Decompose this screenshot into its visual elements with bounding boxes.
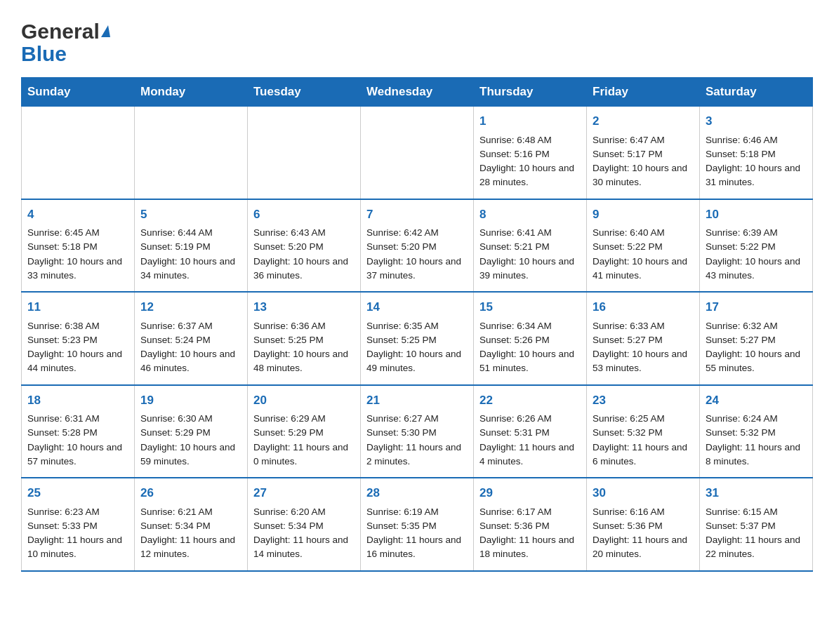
daylight-text: Daylight: 11 hours and 12 minutes.: [140, 533, 241, 562]
daylight-text: Daylight: 11 hours and 0 minutes.: [253, 441, 355, 469]
calendar-day-header: Wednesday: [361, 78, 474, 107]
daylight-text: Daylight: 11 hours and 20 minutes.: [593, 533, 694, 562]
sunrise-text: Sunrise: 6:32 AM: [706, 319, 807, 333]
sunrise-text: Sunrise: 6:42 AM: [366, 226, 468, 240]
calendar-cell: 19Sunrise: 6:30 AMSunset: 5:29 PMDayligh…: [135, 385, 248, 478]
day-number: 2: [593, 112, 694, 130]
calendar-cell: 20Sunrise: 6:29 AMSunset: 5:29 PMDayligh…: [248, 385, 361, 478]
calendar-cell: 15Sunrise: 6:34 AMSunset: 5:26 PMDayligh…: [474, 292, 587, 385]
calendar-cell: 24Sunrise: 6:24 AMSunset: 5:32 PMDayligh…: [700, 385, 813, 478]
sunset-text: Sunset: 5:21 PM: [479, 240, 581, 254]
day-number: 25: [27, 484, 128, 502]
sunrise-text: Sunrise: 6:44 AM: [140, 226, 241, 240]
calendar-cell: [22, 107, 135, 199]
daylight-text: Daylight: 11 hours and 4 minutes.: [479, 441, 581, 469]
sunrise-text: Sunrise: 6:47 AM: [593, 133, 694, 147]
calendar-week-row: 25Sunrise: 6:23 AMSunset: 5:33 PMDayligh…: [22, 478, 813, 571]
calendar-cell: 27Sunrise: 6:20 AMSunset: 5:34 PMDayligh…: [248, 478, 361, 571]
calendar-cell: 16Sunrise: 6:33 AMSunset: 5:27 PMDayligh…: [587, 292, 700, 385]
calendar-day-header: Monday: [135, 78, 248, 107]
sunset-text: Sunset: 5:25 PM: [366, 333, 468, 347]
sunset-text: Sunset: 5:17 PM: [593, 147, 694, 161]
daylight-text: Daylight: 11 hours and 6 minutes.: [593, 441, 694, 469]
calendar-week-row: 18Sunrise: 6:31 AMSunset: 5:28 PMDayligh…: [22, 385, 813, 478]
day-number: 12: [140, 298, 241, 316]
sunrise-text: Sunrise: 6:21 AM: [140, 505, 241, 519]
day-number: 19: [140, 391, 241, 410]
calendar-cell: 28Sunrise: 6:19 AMSunset: 5:35 PMDayligh…: [361, 478, 474, 571]
day-number: 3: [706, 112, 807, 130]
sunrise-text: Sunrise: 6:43 AM: [253, 226, 355, 240]
calendar-cell: 17Sunrise: 6:32 AMSunset: 5:27 PMDayligh…: [700, 292, 813, 385]
daylight-text: Daylight: 10 hours and 44 minutes.: [27, 347, 128, 376]
day-number: 8: [479, 206, 581, 224]
sunset-text: Sunset: 5:16 PM: [479, 147, 581, 161]
calendar-cell: 31Sunrise: 6:15 AMSunset: 5:37 PMDayligh…: [700, 478, 813, 571]
sunrise-text: Sunrise: 6:40 AM: [593, 226, 694, 240]
sunrise-text: Sunrise: 6:31 AM: [27, 412, 128, 426]
sunrise-text: Sunrise: 6:17 AM: [479, 505, 581, 519]
sunrise-text: Sunrise: 6:27 AM: [366, 412, 468, 426]
day-number: 4: [27, 206, 128, 224]
sunrise-text: Sunrise: 6:24 AM: [706, 412, 807, 426]
calendar-cell: [135, 107, 248, 199]
calendar-cell: 12Sunrise: 6:37 AMSunset: 5:24 PMDayligh…: [135, 292, 248, 385]
calendar-cell: 11Sunrise: 6:38 AMSunset: 5:23 PMDayligh…: [22, 292, 135, 385]
sunrise-text: Sunrise: 6:38 AM: [27, 319, 128, 333]
sunset-text: Sunset: 5:24 PM: [140, 333, 241, 347]
sunset-text: Sunset: 5:37 PM: [706, 519, 807, 533]
calendar-week-row: 11Sunrise: 6:38 AMSunset: 5:23 PMDayligh…: [22, 292, 813, 385]
day-number: 9: [593, 206, 694, 224]
sunset-text: Sunset: 5:25 PM: [253, 333, 355, 347]
sunrise-text: Sunrise: 6:20 AM: [253, 505, 355, 519]
day-number: 15: [479, 298, 581, 316]
sunset-text: Sunset: 5:34 PM: [253, 519, 355, 533]
day-number: 11: [27, 298, 128, 316]
sunset-text: Sunset: 5:36 PM: [479, 519, 581, 533]
daylight-text: Daylight: 10 hours and 30 minutes.: [593, 161, 694, 190]
sunset-text: Sunset: 5:27 PM: [706, 333, 807, 347]
day-number: 7: [366, 206, 468, 224]
sunrise-text: Sunrise: 6:23 AM: [27, 505, 128, 519]
sunrise-text: Sunrise: 6:41 AM: [479, 226, 581, 240]
calendar-table: SundayMondayTuesdayWednesdayThursdayFrid…: [21, 77, 813, 572]
sunrise-text: Sunrise: 6:48 AM: [479, 133, 581, 147]
sunrise-text: Sunrise: 6:19 AM: [366, 505, 468, 519]
calendar-cell: 30Sunrise: 6:16 AMSunset: 5:36 PMDayligh…: [587, 478, 700, 571]
calendar-cell: 9Sunrise: 6:40 AMSunset: 5:22 PMDaylight…: [587, 199, 700, 293]
calendar-cell: 25Sunrise: 6:23 AMSunset: 5:33 PMDayligh…: [22, 478, 135, 571]
calendar-day-header: Sunday: [22, 78, 135, 107]
day-number: 1: [479, 112, 581, 130]
daylight-text: Daylight: 11 hours and 14 minutes.: [253, 533, 355, 562]
day-number: 21: [366, 391, 468, 410]
calendar-cell: 23Sunrise: 6:25 AMSunset: 5:32 PMDayligh…: [587, 385, 700, 478]
calendar-cell: 10Sunrise: 6:39 AMSunset: 5:22 PMDayligh…: [700, 199, 813, 293]
calendar-cell: [248, 107, 361, 199]
logo: General Blue: [21, 14, 110, 66]
daylight-text: Daylight: 10 hours and 59 minutes.: [140, 441, 241, 469]
sunset-text: Sunset: 5:19 PM: [140, 240, 241, 254]
calendar-day-header: Thursday: [474, 78, 587, 107]
sunset-text: Sunset: 5:23 PM: [27, 333, 128, 347]
daylight-text: Daylight: 11 hours and 8 minutes.: [706, 441, 807, 469]
calendar-day-header: Tuesday: [248, 78, 361, 107]
calendar-week-row: 1Sunrise: 6:48 AMSunset: 5:16 PMDaylight…: [22, 107, 813, 199]
sunrise-text: Sunrise: 6:15 AM: [706, 505, 807, 519]
sunrise-text: Sunrise: 6:37 AM: [140, 319, 241, 333]
sunset-text: Sunset: 5:31 PM: [479, 426, 581, 440]
daylight-text: Daylight: 10 hours and 53 minutes.: [593, 347, 694, 376]
day-number: 16: [593, 298, 694, 316]
daylight-text: Daylight: 10 hours and 41 minutes.: [593, 255, 694, 283]
sunrise-text: Sunrise: 6:25 AM: [593, 412, 694, 426]
calendar-cell: 4Sunrise: 6:45 AMSunset: 5:18 PMDaylight…: [22, 199, 135, 293]
day-number: 29: [479, 484, 581, 502]
calendar-cell: 22Sunrise: 6:26 AMSunset: 5:31 PMDayligh…: [474, 385, 587, 478]
calendar-day-header: Saturday: [700, 78, 813, 107]
sunset-text: Sunset: 5:29 PM: [140, 426, 241, 440]
daylight-text: Daylight: 11 hours and 18 minutes.: [479, 533, 581, 562]
calendar-cell: 7Sunrise: 6:42 AMSunset: 5:20 PMDaylight…: [361, 199, 474, 293]
day-number: 26: [140, 484, 241, 502]
day-number: 22: [479, 391, 581, 410]
day-number: 31: [706, 484, 807, 502]
sunrise-text: Sunrise: 6:46 AM: [706, 133, 807, 147]
